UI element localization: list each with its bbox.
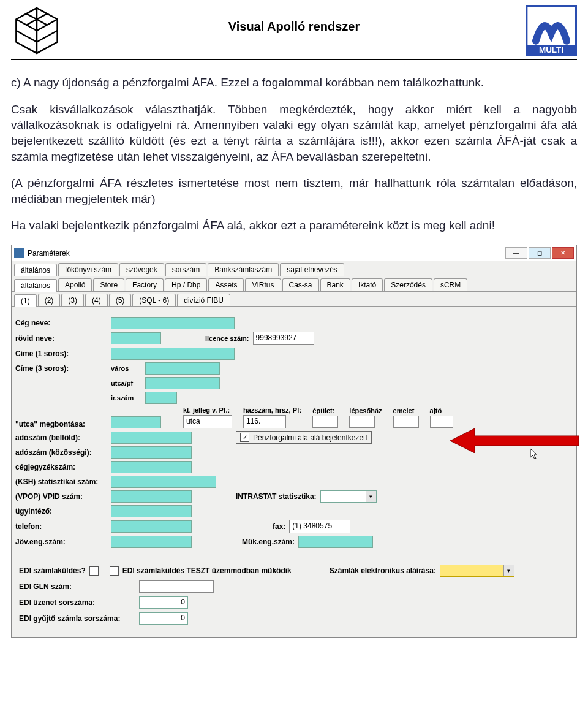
- input-edigyujto[interactable]: 0: [139, 612, 188, 625]
- label-ediuzenet: EDI üzenet sorszáma:: [19, 598, 135, 607]
- tab-sajat[interactable]: saját elnevezés: [280, 263, 344, 276]
- tab-altalanos-1[interactable]: általános: [14, 264, 57, 276]
- label-cegjegyzek: cégjegyzékszám:: [15, 463, 107, 471]
- tab-scrm[interactable]: sCRM: [434, 278, 467, 291]
- close-button[interactable]: ✕: [552, 247, 574, 259]
- tab-szerzodes[interactable]: Szerződés: [384, 278, 432, 291]
- checkbox-edikuldes[interactable]: [89, 566, 99, 576]
- input-utcameg[interactable]: [111, 416, 161, 428]
- checkbox-penzforgalmi[interactable]: ✓: [240, 433, 249, 442]
- label-editeszt: EDI számlaküldés TESZT üzemmódban működi…: [123, 566, 292, 575]
- input-joveng[interactable]: [111, 536, 192, 548]
- input-ksh[interactable]: [111, 476, 216, 488]
- label-mukeng: Műk.eng.szám:: [242, 538, 295, 546]
- logo-left: [11, 5, 62, 56]
- label-irsz: ir.szám: [111, 394, 141, 402]
- svg-text:MULTI: MULTI: [539, 45, 564, 55]
- tab-virtus[interactable]: VIRtus: [245, 278, 281, 291]
- dropdown-intrastat[interactable]: ▾: [320, 490, 377, 503]
- paragraph-explain: Csak kisvállalkozások választhatják. Töb…: [11, 102, 577, 165]
- tab-iktato[interactable]: Iktató: [352, 278, 383, 291]
- tab-cassa[interactable]: Cas-sa: [282, 278, 319, 291]
- label-telefon: telefon:: [15, 522, 107, 531]
- label-emelet: emelet: [393, 407, 419, 414]
- input-edigln[interactable]: [139, 580, 214, 593]
- tab-factory[interactable]: Factory: [126, 278, 164, 291]
- tab-1[interactable]: (1): [14, 294, 37, 307]
- tab-bankszamla[interactable]: Bankszámlaszám: [208, 263, 279, 276]
- label-penzforgalmi: Pénzforgalmi áfa alá bejelentkezett: [253, 433, 368, 442]
- label-edikuldes: EDI számlaküldés?: [19, 566, 86, 575]
- label-utcameg: "utca" megbontása:: [15, 420, 107, 428]
- input-epulet[interactable]: [312, 416, 338, 428]
- app-window: Paraméterek — ◻ ✕ általános főkönyvi szá…: [11, 245, 577, 638]
- label-ugyintezo: ügyintéző:: [15, 507, 107, 516]
- input-ajto[interactable]: [430, 416, 453, 428]
- tab-row-1: általános főkönyvi szám szövegek sorszám…: [12, 261, 576, 276]
- chevron-down-icon[interactable]: ▾: [503, 565, 514, 576]
- input-lepcsohaz[interactable]: [349, 416, 375, 428]
- input-cegjegyzek[interactable]: [111, 461, 192, 473]
- label-ksh: (KSH) statisztikai szám:: [15, 478, 107, 486]
- tab-bank[interactable]: Bank: [320, 278, 350, 291]
- label-hazszam: házszám, hrsz, Pf:: [243, 406, 301, 414]
- window-icon: [14, 248, 24, 258]
- dropdown-edialairas[interactable]: ▾: [440, 565, 514, 577]
- label-adoszamkoz: adószám (közösségi):: [15, 448, 107, 457]
- input-adoszambel[interactable]: [111, 432, 192, 444]
- input-ediuzenet[interactable]: 0: [139, 596, 188, 609]
- tab-3[interactable]: (3): [61, 294, 84, 306]
- input-licence[interactable]: 9998993927: [253, 332, 314, 345]
- paragraph-c: c) A nagy újdonság a pénzforgalmi ÁFA. E…: [11, 75, 577, 91]
- label-edialairas: Számlák elektronikus aláírása:: [330, 566, 436, 575]
- edi-section: EDI számlaküldés? EDI számlaküldés TESZT…: [15, 558, 573, 637]
- label-rovidneve: rövid neve:: [15, 334, 107, 343]
- label-adoszambel: adószám (belföld):: [15, 433, 107, 442]
- input-mukeng[interactable]: [298, 536, 373, 548]
- tab-apollo[interactable]: Apolló: [58, 278, 92, 291]
- tab-hpdhp[interactable]: Hp / Dhp: [165, 278, 207, 291]
- minimize-button[interactable]: —: [505, 247, 527, 259]
- tab-sql6[interactable]: (SQL - 6): [132, 294, 176, 306]
- tab-4[interactable]: (4): [85, 294, 108, 306]
- tab-row-2: általános Apolló Store Factory Hp / Dhp …: [12, 276, 576, 292]
- label-ajto: ajtó: [430, 407, 453, 414]
- input-cegneve[interactable]: [111, 317, 235, 329]
- tab-2[interactable]: (2): [38, 294, 61, 306]
- input-utcapf[interactable]: [145, 377, 220, 389]
- input-emelet[interactable]: [393, 416, 419, 428]
- label-fax: fax:: [273, 522, 285, 531]
- input-cime1[interactable]: [111, 348, 235, 360]
- tab-sorszam[interactable]: sorszám: [165, 263, 206, 276]
- input-ktjelleg[interactable]: utca: [183, 415, 232, 428]
- label-cime1: Címe (1 soros):: [15, 349, 107, 358]
- label-licence: licence szám:: [205, 335, 249, 342]
- form-area: Cég neve: rövid neve: licence szám: 9998…: [12, 307, 576, 637]
- paragraph-instruction: Ha valaki bejelentkezik pénzforgalmi ÁFA…: [11, 218, 577, 234]
- input-hazszam[interactable]: 116.: [243, 415, 286, 428]
- input-rovidneve[interactable]: [111, 332, 161, 344]
- tab-altalanos-2[interactable]: általános: [14, 279, 57, 292]
- chevron-down-icon[interactable]: ▾: [366, 491, 376, 502]
- label-edigln: EDI GLN szám:: [19, 582, 135, 591]
- tab-szovegek[interactable]: szövegek: [119, 263, 164, 276]
- tab-fokonyvi[interactable]: főkönyvi szám: [58, 263, 118, 276]
- input-ugyintezo[interactable]: [111, 505, 192, 517]
- maximize-button[interactable]: ◻: [529, 247, 551, 259]
- label-vpop: (VPOP) VPID szám:: [15, 492, 107, 501]
- input-vpop[interactable]: [111, 490, 192, 503]
- input-irsz[interactable]: [145, 392, 177, 404]
- tab-assets[interactable]: Assets: [208, 278, 244, 291]
- checkbox-penzforgalmi-wrap[interactable]: ✓ Pénzforgalmi áfa alá bejelentkezett: [236, 431, 372, 444]
- label-intrastat: INTRASTAT statisztika:: [236, 492, 317, 501]
- label-varos: város: [111, 365, 141, 372]
- tab-divizio[interactable]: divízió FIBU: [177, 294, 230, 306]
- tab-store[interactable]: Store: [93, 278, 124, 291]
- input-adoszamkoz[interactable]: [111, 446, 192, 459]
- input-varos[interactable]: [145, 362, 220, 375]
- tab-5[interactable]: (5): [109, 294, 132, 306]
- tab-row-3: (1) (2) (3) (4) (5) (SQL - 6) divízió FI…: [12, 292, 576, 307]
- input-telefon[interactable]: [111, 520, 192, 533]
- checkbox-editeszt[interactable]: [110, 566, 119, 576]
- input-fax[interactable]: (1) 3480575: [289, 520, 350, 533]
